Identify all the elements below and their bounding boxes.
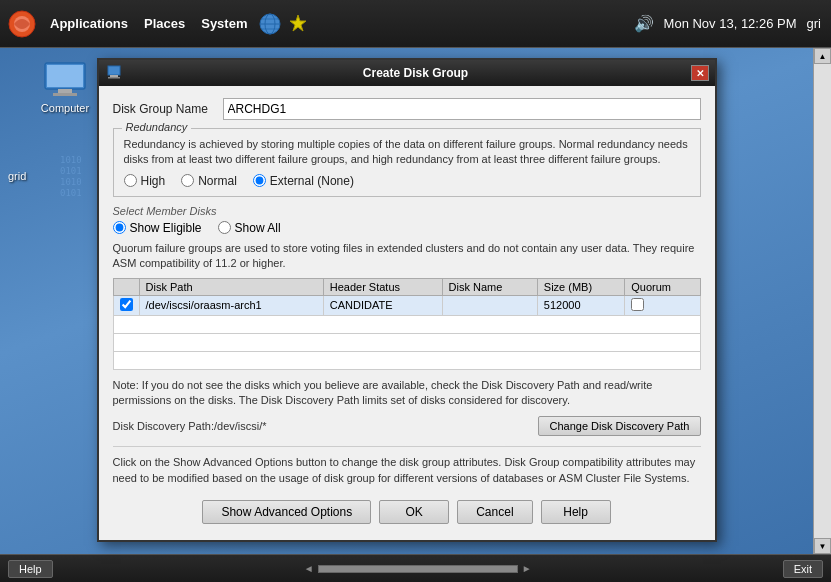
disk-table-body: /dev/iscsi/oraasm-arch1 CANDIDATE 512000 [113, 295, 700, 369]
disk-group-name-label: Disk Group Name [113, 102, 223, 116]
quorum-text: Quorum failure groups are used to store … [113, 241, 701, 272]
modal-overlay: Create Disk Group ✕ Disk Group Name Redu… [0, 48, 813, 554]
globe-icon [259, 13, 281, 35]
modal-icon [107, 65, 125, 82]
table-row [113, 315, 700, 333]
row-header-status: CANDIDATE [323, 295, 442, 315]
high-option[interactable]: High [124, 174, 166, 188]
disk-table-header: Disk Path Header Status Disk Name Size (… [113, 278, 700, 295]
disk-table: Disk Path Header Status Disk Name Size (… [113, 278, 701, 370]
apps-icon [287, 13, 309, 35]
datetime: Mon Nov 13, 12:26 PM [664, 16, 797, 31]
col-select [113, 278, 139, 295]
taskbar-logo [6, 8, 38, 40]
col-disk-name: Disk Name [442, 278, 537, 295]
redundancy-group: Redundancy Redundancy is achieved by sto… [113, 128, 701, 197]
scrollbar-down[interactable]: ▼ [814, 538, 831, 554]
speaker-icon: 🔊 [634, 14, 654, 33]
col-size-mb: Size (MB) [537, 278, 624, 295]
show-advanced-button[interactable]: Show Advanced Options [202, 500, 371, 524]
user-label: gri [807, 16, 821, 31]
bottom-note: Click on the Show Advanced Options butto… [113, 446, 701, 486]
change-discovery-button[interactable]: Change Disk Discovery Path [538, 416, 700, 436]
redundancy-description: Redundancy is achieved by storing multip… [124, 137, 690, 168]
svg-rect-12 [108, 66, 120, 75]
col-header-status: Header Status [323, 278, 442, 295]
disk-group-name-input[interactable] [223, 98, 701, 120]
redundancy-options: High Normal External (None) [124, 174, 690, 188]
modal-body: Disk Group Name Redundancy Redundancy is… [99, 86, 715, 540]
show-all-radio[interactable] [218, 221, 231, 234]
show-eligible-option[interactable]: Show Eligible [113, 221, 202, 235]
table-row: /dev/iscsi/oraasm-arch1 CANDIDATE 512000 [113, 295, 700, 315]
taskbar-right: 🔊 Mon Nov 13, 12:26 PM gri [634, 14, 831, 33]
taskbar-left: Applications Places System [0, 0, 634, 47]
select-member-disks-title: Select Member Disks [113, 205, 701, 217]
dialog-help-button[interactable]: Help [541, 500, 611, 524]
disk-group-name-row: Disk Group Name [113, 98, 701, 120]
cancel-button[interactable]: Cancel [457, 500, 532, 524]
discovery-path-row: Disk Discovery Path:/dev/iscsi/* Change … [113, 416, 701, 436]
svg-marker-7 [290, 15, 306, 31]
row-disk-name [442, 295, 537, 315]
svg-rect-13 [110, 75, 118, 77]
ok-button[interactable]: OK [379, 500, 449, 524]
row-quorum[interactable] [625, 295, 700, 315]
bottom-bar: Help ◄► Exit [0, 554, 831, 582]
exit-button[interactable]: Exit [783, 560, 823, 578]
show-options-row: Show Eligible Show All [113, 221, 701, 235]
show-eligible-radio[interactable] [113, 221, 126, 234]
row-size-mb: 512000 [537, 295, 624, 315]
external-option[interactable]: External (None) [253, 174, 354, 188]
high-radio[interactable] [124, 174, 137, 187]
discovery-path-label: Disk Discovery Path:/dev/iscsi/* [113, 420, 539, 432]
modal-title: Create Disk Group [125, 66, 707, 80]
normal-radio[interactable] [181, 174, 194, 187]
scrollbar-track[interactable] [814, 64, 831, 538]
desktop-scrollbar[interactable]: ▲ ▼ [813, 48, 831, 554]
modal-close-button[interactable]: ✕ [691, 65, 709, 81]
create-disk-group-dialog: Create Disk Group ✕ Disk Group Name Redu… [97, 58, 717, 542]
taskbar: Applications Places System � [0, 0, 831, 48]
row-checkbox-cell[interactable] [113, 295, 139, 315]
table-row [113, 333, 700, 351]
help-button[interactable]: Help [8, 560, 53, 578]
col-quorum: Quorum [625, 278, 700, 295]
places-menu[interactable]: Places [136, 12, 193, 35]
svg-rect-14 [108, 77, 120, 79]
bottom-scroll-area: ◄► [53, 563, 783, 574]
external-radio[interactable] [253, 174, 266, 187]
col-disk-path: Disk Path [139, 278, 323, 295]
redundancy-title: Redundancy [122, 121, 192, 133]
system-menu[interactable]: System [193, 12, 255, 35]
table-row [113, 351, 700, 369]
row-disk-path: /dev/iscsi/oraasm-arch1 [139, 295, 323, 315]
normal-option[interactable]: Normal [181, 174, 237, 188]
applications-menu[interactable]: Applications [42, 12, 136, 35]
note-text: Note: If you do not see the disks which … [113, 378, 701, 409]
dialog-button-row: Show Advanced Options OK Cancel Help [113, 496, 701, 528]
row-quorum-checkbox[interactable] [631, 298, 644, 311]
scrollbar-up[interactable]: ▲ [814, 48, 831, 64]
modal-titlebar: Create Disk Group ✕ [99, 60, 715, 86]
row-checkbox[interactable] [120, 298, 133, 311]
show-all-option[interactable]: Show All [218, 221, 281, 235]
